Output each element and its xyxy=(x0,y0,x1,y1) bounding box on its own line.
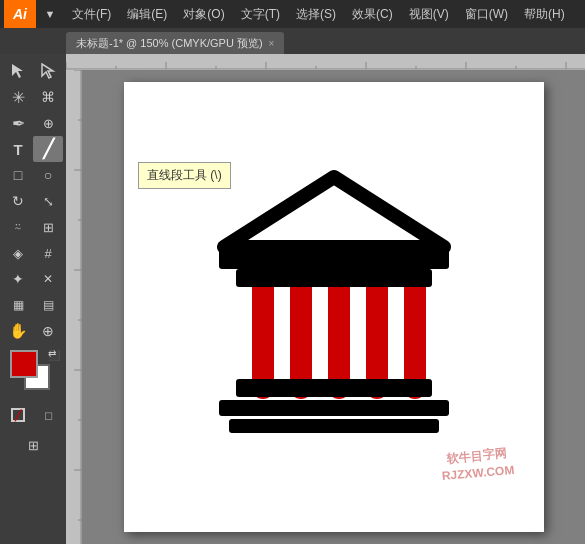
svg-rect-35 xyxy=(229,419,439,433)
menu-items: 文件(F) 编辑(E) 对象(O) 文字(T) 选择(S) 效果(C) 视图(V… xyxy=(64,0,581,28)
lasso-tool-btn[interactable]: ⌘ xyxy=(33,84,63,110)
type-tool-btn[interactable]: T xyxy=(3,136,33,162)
gradient-tool-btn[interactable]: ▦ xyxy=(3,292,33,318)
puppet-warp-btn[interactable]: ⍨ xyxy=(3,214,33,240)
building-illustration xyxy=(194,147,474,467)
menu-help[interactable]: 帮助(H) xyxy=(516,0,573,28)
main-area: ✳ ⌘ ✒ ⊕ T ╱ □ ○ ↻ ⤡ ⍨ ⊞ ◈ # xyxy=(0,54,585,544)
eyedropper-tool-btn[interactable]: ✦ xyxy=(3,266,33,292)
menu-object[interactable]: 对象(O) xyxy=(175,0,232,28)
ruler-marks-v xyxy=(66,70,82,544)
svg-marker-0 xyxy=(12,64,23,78)
canvas-background: 软牛目字网 RJZXW.COM xyxy=(82,70,585,544)
swap-colors-icon[interactable]: ⇄ xyxy=(48,348,56,359)
menu-file[interactable]: 文件(F) xyxy=(64,0,119,28)
document-tab[interactable]: 未标题-1* @ 150% (CMYK/GPU 预览) × xyxy=(66,32,284,54)
free-transform-btn[interactable]: ⊞ xyxy=(33,214,63,240)
rectangle-tool-btn[interactable]: □ xyxy=(3,162,33,188)
menu-select[interactable]: 选择(S) xyxy=(288,0,344,28)
canvas-area: 软牛目字网 RJZXW.COM 直线段工具 (\) xyxy=(66,54,585,544)
graph-tool-btn[interactable]: ▤ xyxy=(33,292,63,318)
stroke-none-icon[interactable]: ◻ xyxy=(33,402,63,428)
svg-rect-32 xyxy=(236,269,432,287)
hand-tool-btn[interactable]: ✋ xyxy=(3,318,33,344)
fill-none-icon[interactable]: ╱ xyxy=(3,402,33,428)
zoom-tool-btn[interactable]: ⊕ xyxy=(33,318,63,344)
rotate-tool-btn[interactable]: ↻ xyxy=(3,188,33,214)
ellipse-tool-btn[interactable]: ○ xyxy=(33,162,63,188)
tab-bar: 未标题-1* @ 150% (CMYK/GPU 预览) × xyxy=(0,28,585,54)
menu-bar: Ai ▼ 文件(F) 编辑(E) 对象(O) 文字(T) 选择(S) 效果(C)… xyxy=(0,0,585,28)
magic-wand-tool-btn[interactable]: ✳ xyxy=(3,84,33,110)
ruler-marks-h xyxy=(66,54,585,70)
pen-tool-btn[interactable]: ✒ xyxy=(3,110,33,136)
scale-tool-btn[interactable]: ⤡ xyxy=(33,188,63,214)
blend-tool-btn[interactable]: ◈ xyxy=(3,240,33,266)
ruler-vertical xyxy=(66,70,82,544)
tab-label: 未标题-1* @ 150% (CMYK/GPU 预览) xyxy=(76,36,263,51)
watermark: 软牛目字网 RJZXW.COM xyxy=(440,445,515,485)
screen-mode-btn[interactable]: ⊞ xyxy=(18,432,48,458)
anchor-tool-btn[interactable]: ⊕ xyxy=(33,110,63,136)
menu-window[interactable]: 窗口(W) xyxy=(457,0,516,28)
art-board: 软牛目字网 RJZXW.COM xyxy=(124,82,544,532)
svg-marker-25 xyxy=(224,177,444,247)
selection-tool-btn[interactable] xyxy=(3,58,33,84)
menu-type[interactable]: 文字(T) xyxy=(233,0,288,28)
tab-close-button[interactable]: × xyxy=(269,38,275,49)
menu-edit[interactable]: 编辑(E) xyxy=(119,0,175,28)
menu-effect[interactable]: 效果(C) xyxy=(344,0,401,28)
svg-rect-34 xyxy=(219,400,449,416)
menu-view[interactable]: 视图(V) xyxy=(401,0,457,28)
app-logo: Ai xyxy=(4,0,36,28)
toolbar: ✳ ⌘ ✒ ⊕ T ╱ □ ○ ↻ ⤡ ⍨ ⊞ ◈ # xyxy=(0,54,66,544)
svg-marker-1 xyxy=(42,64,53,78)
menu-toggle-btn[interactable]: ▼ xyxy=(36,0,64,28)
measure-tool-btn[interactable]: ✕ xyxy=(33,266,63,292)
line-segment-tool-btn[interactable]: ╱ xyxy=(33,136,63,162)
foreground-color-swatch[interactable] xyxy=(10,350,38,378)
ruler-horizontal xyxy=(66,54,585,70)
svg-rect-26 xyxy=(219,249,449,269)
svg-rect-33 xyxy=(236,379,432,397)
direct-selection-tool-btn[interactable] xyxy=(33,58,63,84)
mesh-tool-btn[interactable]: # xyxy=(33,240,63,266)
